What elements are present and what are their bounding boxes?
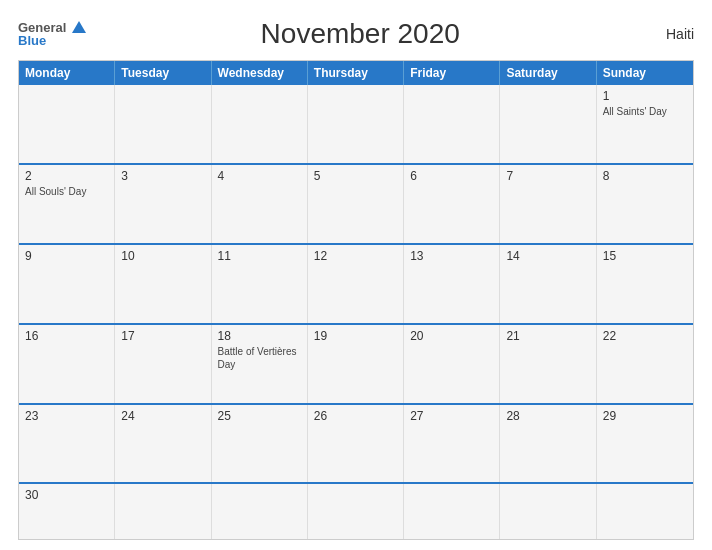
calendar-cell [404, 85, 500, 163]
calendar-cell: 21 [500, 325, 596, 403]
calendar-cell: 13 [404, 245, 500, 323]
calendar-week-6: 30 [19, 482, 693, 539]
calendar-cell [212, 484, 308, 539]
calendar-cell [404, 484, 500, 539]
day-number: 29 [603, 409, 687, 423]
calendar-cell: 10 [115, 245, 211, 323]
calendar-cell: 26 [308, 405, 404, 483]
calendar-cell: 24 [115, 405, 211, 483]
header-day-friday: Friday [404, 61, 500, 85]
calendar-week-1: 1All Saints' Day [19, 85, 693, 163]
calendar-cell: 4 [212, 165, 308, 243]
calendar-week-2: 2All Souls' Day345678 [19, 163, 693, 243]
calendar-cell: 12 [308, 245, 404, 323]
day-number: 28 [506, 409, 589, 423]
calendar-cell: 22 [597, 325, 693, 403]
day-number: 8 [603, 169, 687, 183]
calendar-cell: 9 [19, 245, 115, 323]
header-day-sunday: Sunday [597, 61, 693, 85]
header-day-tuesday: Tuesday [115, 61, 211, 85]
day-number: 21 [506, 329, 589, 343]
day-number: 9 [25, 249, 108, 263]
calendar-cell [115, 484, 211, 539]
calendar-cell: 5 [308, 165, 404, 243]
day-number: 14 [506, 249, 589, 263]
day-number: 30 [25, 488, 108, 502]
header-day-monday: Monday [19, 61, 115, 85]
calendar-cell [115, 85, 211, 163]
calendar-cell [308, 85, 404, 163]
day-number: 25 [218, 409, 301, 423]
calendar-cell: 28 [500, 405, 596, 483]
calendar-week-3: 9101112131415 [19, 243, 693, 323]
calendar-cell: 3 [115, 165, 211, 243]
day-number: 16 [25, 329, 108, 343]
calendar-event: Battle of Vertières Day [218, 345, 301, 371]
calendar-event: All Souls' Day [25, 185, 108, 198]
calendar-cell: 25 [212, 405, 308, 483]
calendar-cell: 15 [597, 245, 693, 323]
day-number: 20 [410, 329, 493, 343]
day-number: 1 [603, 89, 687, 103]
calendar-week-5: 23242526272829 [19, 403, 693, 483]
calendar-cell: 16 [19, 325, 115, 403]
day-number: 13 [410, 249, 493, 263]
day-number: 27 [410, 409, 493, 423]
calendar-cell [212, 85, 308, 163]
header-day-thursday: Thursday [308, 61, 404, 85]
calendar-header: MondayTuesdayWednesdayThursdayFridaySatu… [19, 61, 693, 85]
header-day-wednesday: Wednesday [212, 61, 308, 85]
logo-text-block: General Blue [18, 21, 66, 47]
day-number: 10 [121, 249, 204, 263]
calendar-cell: 1All Saints' Day [597, 85, 693, 163]
calendar-week-4: 161718Battle of Vertières Day19202122 [19, 323, 693, 403]
calendar-cell: 2All Souls' Day [19, 165, 115, 243]
calendar-cell: 18Battle of Vertières Day [212, 325, 308, 403]
calendar-cell: 23 [19, 405, 115, 483]
calendar-cell [500, 484, 596, 539]
calendar-cell [308, 484, 404, 539]
country-label: Haiti [634, 26, 694, 42]
calendar-cell: 6 [404, 165, 500, 243]
header-day-saturday: Saturday [500, 61, 596, 85]
day-number: 24 [121, 409, 204, 423]
day-number: 26 [314, 409, 397, 423]
page-header: General Blue November 2020 Haiti [18, 18, 694, 50]
calendar-cell: 7 [500, 165, 596, 243]
day-number: 5 [314, 169, 397, 183]
day-number: 6 [410, 169, 493, 183]
calendar-cell: 20 [404, 325, 500, 403]
logo-triangle-icon [72, 21, 86, 33]
calendar-cell: 17 [115, 325, 211, 403]
day-number: 12 [314, 249, 397, 263]
calendar-cell: 27 [404, 405, 500, 483]
calendar-cell [500, 85, 596, 163]
page-title: November 2020 [86, 18, 634, 50]
day-number: 18 [218, 329, 301, 343]
logo-blue: Blue [18, 34, 66, 47]
calendar-event: All Saints' Day [603, 105, 687, 118]
calendar-body: 1All Saints' Day2All Souls' Day345678910… [19, 85, 693, 539]
day-number: 22 [603, 329, 687, 343]
calendar-cell: 30 [19, 484, 115, 539]
calendar-cell [597, 484, 693, 539]
day-number: 11 [218, 249, 301, 263]
calendar-cell: 14 [500, 245, 596, 323]
day-number: 3 [121, 169, 204, 183]
day-number: 4 [218, 169, 301, 183]
day-number: 19 [314, 329, 397, 343]
calendar-cell: 29 [597, 405, 693, 483]
calendar-cell: 8 [597, 165, 693, 243]
day-number: 15 [603, 249, 687, 263]
day-number: 7 [506, 169, 589, 183]
calendar-grid: MondayTuesdayWednesdayThursdayFridaySatu… [18, 60, 694, 540]
day-number: 17 [121, 329, 204, 343]
logo: General Blue [18, 21, 86, 47]
day-number: 23 [25, 409, 108, 423]
day-number: 2 [25, 169, 108, 183]
calendar-cell: 11 [212, 245, 308, 323]
calendar-cell: 19 [308, 325, 404, 403]
calendar-page: General Blue November 2020 Haiti MondayT… [0, 0, 712, 550]
calendar-cell [19, 85, 115, 163]
